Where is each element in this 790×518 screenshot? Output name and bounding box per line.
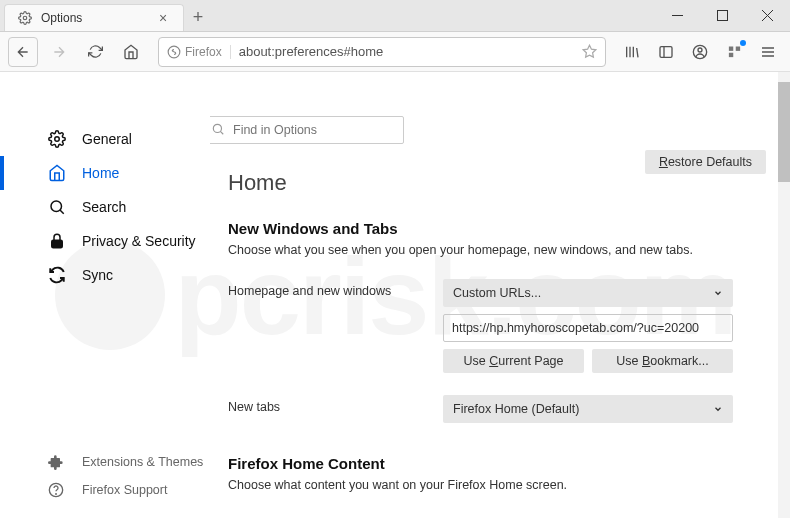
section-title: New Windows and Tabs <box>228 220 766 237</box>
sidebar-icon[interactable] <box>652 38 680 66</box>
sidebar-item-label: Home <box>82 165 119 181</box>
browser-tab[interactable]: Options × <box>4 4 184 31</box>
reload-button[interactable] <box>80 37 110 67</box>
content-area: pcrisk.com General Home Search Privacy &… <box>0 72 790 518</box>
section-title: Firefox Home Content <box>228 455 766 472</box>
sidebar-item-search[interactable]: Search <box>0 190 210 224</box>
account-icon[interactable] <box>686 38 714 66</box>
search-icon <box>48 198 70 216</box>
sidebar-item-label: Extensions & Themes <box>82 455 203 469</box>
gear-icon <box>17 10 33 26</box>
preferences-sidebar: General Home Search Privacy & Security S… <box>0 72 210 518</box>
sidebar-item-label: General <box>82 131 132 147</box>
use-bookmark-button[interactable]: Use Bookmark... <box>592 349 733 373</box>
sidebar-item-label: Privacy & Security <box>82 233 196 249</box>
help-icon <box>48 482 70 498</box>
svg-point-0 <box>23 16 27 20</box>
maximize-button[interactable] <box>700 0 745 31</box>
svg-rect-12 <box>52 240 63 248</box>
search-input[interactable] <box>210 116 404 144</box>
gear-icon <box>48 130 70 148</box>
tab-title: Options <box>41 11 147 25</box>
library-icon[interactable] <box>618 38 646 66</box>
sidebar-item-privacy[interactable]: Privacy & Security <box>0 224 210 258</box>
search-icon <box>211 122 225 136</box>
input-value: https://hp.hmyhoroscopetab.com/?uc=20200 <box>452 321 699 335</box>
toolbar: Firefox about:preferences#home <box>0 32 790 72</box>
svg-point-15 <box>213 124 221 132</box>
chevron-down-icon <box>713 404 723 414</box>
select-value: Firefox Home (Default) <box>453 402 579 416</box>
extension-icon[interactable] <box>720 38 748 66</box>
use-current-page-button[interactable]: Use Current Page <box>443 349 584 373</box>
titlebar: Options × + <box>0 0 790 32</box>
homepage-url-input[interactable]: https://hp.hmyhoroscopetab.com/?uc=20200 <box>443 314 733 342</box>
svg-rect-8 <box>735 47 739 51</box>
chevron-down-icon <box>713 288 723 298</box>
preferences-main: Home Restore Defaults New Windows and Ta… <box>210 72 790 518</box>
puzzle-icon <box>48 454 70 470</box>
close-button[interactable] <box>745 0 790 31</box>
url-text: about:preferences#home <box>239 44 574 59</box>
sidebar-item-label: Sync <box>82 267 113 283</box>
svg-point-11 <box>51 201 62 212</box>
sidebar-item-label: Firefox Support <box>82 483 167 497</box>
svg-point-6 <box>698 48 702 52</box>
back-button[interactable] <box>8 37 38 67</box>
select-value: Custom URLs... <box>453 286 541 300</box>
svg-rect-1 <box>718 11 728 21</box>
sidebar-item-general[interactable]: General <box>0 122 210 156</box>
newtabs-label: New tabs <box>228 395 443 414</box>
sidebar-item-support[interactable]: Firefox Support <box>0 476 210 504</box>
svg-point-14 <box>56 494 57 495</box>
address-bar[interactable]: Firefox about:preferences#home <box>158 37 606 67</box>
lock-icon <box>48 232 70 250</box>
restore-defaults-button[interactable]: Restore Defaults <box>645 150 766 174</box>
window-controls <box>655 0 790 31</box>
svg-rect-4 <box>660 46 672 57</box>
newtabs-row: New tabs Firefox Home (Default) <box>228 395 766 423</box>
find-box <box>210 116 404 144</box>
menu-icon[interactable] <box>754 38 782 66</box>
identity-block[interactable]: Firefox <box>167 45 231 59</box>
star-icon[interactable] <box>582 44 597 59</box>
sync-icon <box>48 266 70 284</box>
sidebar-item-extensions[interactable]: Extensions & Themes <box>0 448 210 476</box>
forward-button[interactable] <box>44 37 74 67</box>
sidebar-item-sync[interactable]: Sync <box>0 258 210 292</box>
homepage-select[interactable]: Custom URLs... <box>443 279 733 307</box>
new-tab-button[interactable]: + <box>184 4 212 31</box>
minimize-button[interactable] <box>655 0 700 31</box>
homepage-row: Homepage and new windows Custom URLs... … <box>228 279 766 373</box>
home-icon <box>48 164 70 182</box>
svg-rect-7 <box>728 47 732 51</box>
svg-point-10 <box>55 137 60 142</box>
home-button[interactable] <box>116 37 146 67</box>
sidebar-item-home[interactable]: Home <box>0 156 210 190</box>
identity-label: Firefox <box>185 45 222 59</box>
notification-dot <box>740 40 746 46</box>
sidebar-item-label: Search <box>82 199 126 215</box>
newtabs-select[interactable]: Firefox Home (Default) <box>443 395 733 423</box>
close-icon[interactable]: × <box>155 10 171 26</box>
svg-rect-9 <box>728 53 732 57</box>
homepage-label: Homepage and new windows <box>228 279 443 298</box>
section-desc: Choose what content you want on your Fir… <box>228 478 766 492</box>
section-desc: Choose what you see when you open your h… <box>228 243 766 257</box>
svg-marker-3 <box>583 45 596 57</box>
